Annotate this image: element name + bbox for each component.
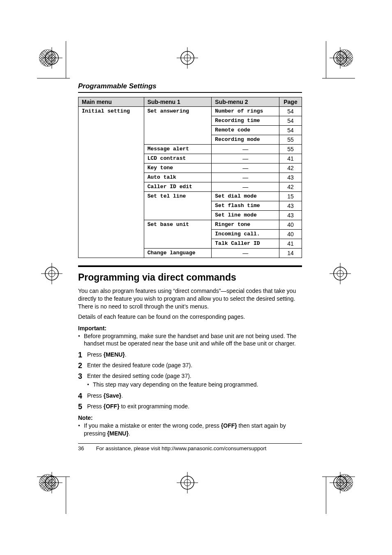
svg-point-13 <box>48 270 55 277</box>
step-3-sublist: This step may vary depending on the feat… <box>87 381 302 389</box>
intro-paragraph-1: You can also program features using “dir… <box>78 287 302 311</box>
svg-point-8 <box>181 51 194 64</box>
note-bullet: If you make a mistake or enter the wrong… <box>78 422 302 438</box>
cell-submenu-1: Message alert <box>144 145 212 154</box>
svg-point-12 <box>45 267 58 280</box>
cell-page: 41 <box>279 154 302 164</box>
page-number: 36 <box>78 445 95 451</box>
svg-point-25 <box>337 479 344 486</box>
crop-line <box>37 477 70 477</box>
crop-line <box>66 477 66 514</box>
cell-submenu-2: Set flash time <box>212 201 279 211</box>
step-2: Enter the desired feature code (page 37)… <box>78 362 302 370</box>
cell-submenu-2: Ringer tone <box>212 220 279 230</box>
cell-submenu-1: Set tel line <box>144 192 212 220</box>
cell-page: 42 <box>279 164 302 173</box>
cell-submenu-2: Number of rings <box>212 107 279 116</box>
svg-point-21 <box>48 479 55 486</box>
note-text-a: If you make a mistake or enter the wrong… <box>84 422 221 429</box>
note-text-c: . <box>129 430 130 437</box>
cell-submenu-2: Incoming call. <box>212 230 279 239</box>
cell-page: 42 <box>279 182 302 192</box>
cell-submenu-1: Auto talk <box>144 173 212 182</box>
crop-line <box>326 41 326 78</box>
table-header-row: Main menu Sub-menu 1 Sub-menu 2 Page <box>78 97 302 107</box>
print-regmark-bl <box>41 472 62 493</box>
th-sub2: Sub-menu 2 <box>212 97 279 107</box>
cell-submenu-2: Recording mode <box>212 135 279 145</box>
cell-submenu-1: LCD contrast <box>144 154 212 164</box>
th-page: Page <box>279 97 302 107</box>
th-main: Main menu <box>78 97 144 107</box>
step-4-text-a: Press <box>87 392 104 399</box>
step-5-text-a: Press <box>87 403 104 410</box>
print-regmark-bc <box>177 472 198 493</box>
print-mark-hash-tr <box>336 49 353 67</box>
cell-page: 43 <box>279 173 302 182</box>
print-regmark-tl <box>41 47 62 69</box>
svg-point-20 <box>45 476 58 489</box>
crop-line <box>322 477 355 477</box>
crop-line <box>326 477 326 514</box>
print-regmark-mr <box>330 263 351 284</box>
footer: 36 For assistance, please visit http://w… <box>78 445 302 451</box>
footer-assist-text: For assistance, please visit http://www.… <box>96 445 267 451</box>
svg-point-9 <box>184 55 191 61</box>
svg-point-24 <box>334 476 347 489</box>
print-regmark-ml <box>41 263 62 284</box>
double-rule <box>78 265 302 267</box>
cell-submenu-1: Caller ID edit <box>144 182 212 192</box>
cell-submenu-1: Set base unit <box>144 220 212 249</box>
note-list: If you make a mistake or enter the wrong… <box>78 422 302 438</box>
cell-page: 54 <box>279 116 302 126</box>
off-key: {OFF} <box>104 403 120 410</box>
svg-point-0 <box>45 51 58 64</box>
cell-submenu-1: Change language <box>144 249 212 258</box>
print-mark-hash-bl <box>39 474 56 491</box>
step-1: Press {MENU}. <box>78 351 302 359</box>
svg-point-1 <box>48 55 55 61</box>
cell-main-menu: Initial setting <box>78 107 144 258</box>
table-row: Initial settingSet answeringNumber of ri… <box>78 107 302 116</box>
important-label: Important: <box>78 325 302 332</box>
cell-submenu-2: — <box>212 164 279 173</box>
print-mark-hash-br <box>336 474 353 491</box>
save-key: {Save} <box>104 392 122 399</box>
cell-submenu-2: Talk Caller ID <box>212 239 279 249</box>
print-mark-hash-tl <box>39 49 56 67</box>
svg-point-17 <box>337 270 344 277</box>
svg-point-16 <box>334 267 347 280</box>
cell-submenu-2: — <box>212 182 279 192</box>
th-sub1: Sub-menu 1 <box>144 97 212 107</box>
cell-submenu-2: — <box>212 173 279 182</box>
step-1-text-b: . <box>125 351 127 358</box>
cell-page: 40 <box>279 220 302 230</box>
cell-page: 54 <box>279 107 302 116</box>
step-3: Enter the desired setting code (page 37)… <box>78 372 302 389</box>
svg-point-5 <box>337 55 344 61</box>
step-3-subbullet: This step may vary depending on the feat… <box>87 381 302 389</box>
crop-line <box>322 78 355 78</box>
note-label: Note: <box>78 415 302 421</box>
print-regmark-tc <box>177 47 198 69</box>
svg-point-4 <box>334 51 347 64</box>
svg-point-29 <box>184 479 191 486</box>
step-4-text-b: . <box>121 392 123 399</box>
cell-page: 40 <box>279 230 302 239</box>
important-bullet: Before programming, make sure the handse… <box>78 332 302 348</box>
crop-line <box>66 41 66 78</box>
menu-key-2: {MENU} <box>107 430 129 437</box>
print-regmark-tr <box>330 47 351 69</box>
cell-submenu-2: Set dial mode <box>212 192 279 201</box>
crop-line <box>37 78 70 78</box>
cell-submenu-2: — <box>212 249 279 258</box>
intro-paragraph-2: Details of each feature can be found on … <box>78 313 302 321</box>
cell-page: 55 <box>279 135 302 145</box>
step-5: Press {OFF} to exit programming mode. <box>78 403 302 411</box>
cell-submenu-2: Recording time <box>212 116 279 126</box>
cell-page: 14 <box>279 249 302 258</box>
footer-rule <box>78 443 302 444</box>
steps-list: Press {MENU}. Enter the desired feature … <box>78 351 302 410</box>
important-list: Before programming, make sure the handse… <box>78 332 302 348</box>
cell-submenu-1: Set answering <box>144 107 212 145</box>
